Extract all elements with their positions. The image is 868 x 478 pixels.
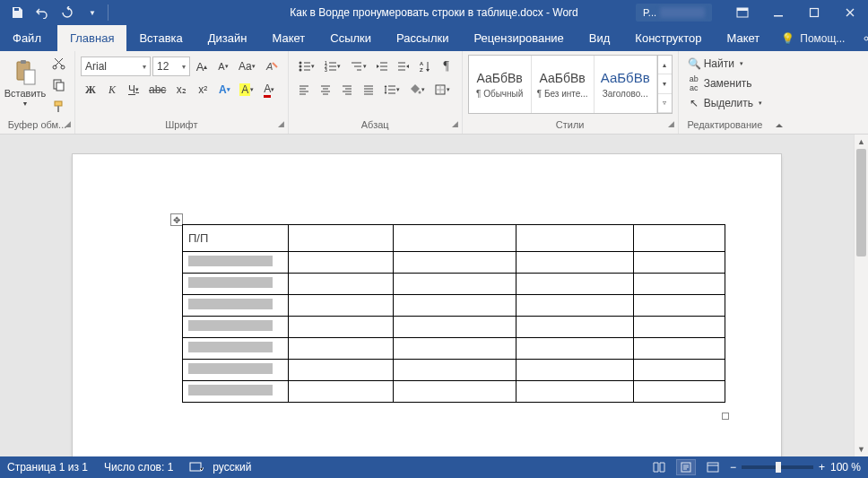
- style-heading1[interactable]: АаБбВв Заголово...: [595, 56, 657, 113]
- table-resize-handle[interactable]: [722, 413, 729, 420]
- clear-formatting-button[interactable]: A: [261, 56, 282, 76]
- format-painter-button[interactable]: [48, 96, 69, 116]
- styles-gallery[interactable]: АаБбВв ¶ Обычный АаБбВв ¶ Без инте... Аа…: [468, 55, 673, 114]
- increase-indent-button[interactable]: [394, 56, 413, 76]
- highlight-button[interactable]: A▾: [236, 80, 257, 100]
- ribbon-display-button[interactable]: [725, 1, 760, 24]
- print-layout-button[interactable]: [676, 459, 696, 475]
- decrease-indent-button[interactable]: [372, 56, 392, 76]
- font-color-button[interactable]: A▾: [259, 80, 279, 100]
- style-gallery-down[interactable]: ▾: [658, 74, 672, 93]
- tab-design[interactable]: Дизайн: [195, 25, 260, 51]
- font-size-select[interactable]: 12▾: [152, 56, 190, 76]
- scroll-thumb[interactable]: [856, 149, 866, 256]
- undo-button[interactable]: [30, 1, 54, 24]
- select-button[interactable]: ↖ Выделить▾: [684, 94, 766, 112]
- table-cell[interactable]: [394, 225, 516, 252]
- table-cell[interactable]: [183, 274, 289, 295]
- table-cell[interactable]: [183, 381, 289, 403]
- zoom-out-button[interactable]: −: [730, 461, 736, 474]
- show-marks-button[interactable]: ¶: [437, 56, 456, 76]
- paste-button[interactable]: Вставить ▼: [5, 53, 45, 112]
- tell-me[interactable]: 💡 Помощ...: [772, 25, 868, 51]
- maximize-button[interactable]: [796, 1, 832, 24]
- spellcheck-icon[interactable]: [189, 461, 204, 474]
- collapse-ribbon-button[interactable]: [771, 51, 787, 134]
- align-right-button[interactable]: [337, 80, 357, 100]
- replace-button[interactable]: abac Заменить: [684, 74, 756, 92]
- line-spacing-button[interactable]: ▾: [380, 80, 404, 100]
- tab-view[interactable]: Вид: [577, 25, 623, 51]
- style-normal[interactable]: АаБбВв ¶ Обычный: [469, 56, 532, 113]
- table-move-handle[interactable]: ✥: [170, 213, 183, 226]
- tab-mailings[interactable]: Рассылки: [384, 25, 461, 51]
- save-button[interactable]: [5, 1, 29, 24]
- tab-table-design[interactable]: Конструктор: [622, 25, 714, 51]
- qat-customize-button[interactable]: ▼: [81, 1, 104, 24]
- table-cell[interactable]: [183, 317, 289, 338]
- shading-button[interactable]: ▾: [405, 80, 429, 100]
- font-family-select[interactable]: Arial▾: [81, 56, 151, 76]
- user-badge[interactable]: P...: [636, 4, 712, 22]
- bold-button[interactable]: Ж: [81, 80, 100, 100]
- style-gallery-up[interactable]: ▴: [658, 56, 672, 74]
- tab-file[interactable]: Файл: [0, 25, 57, 51]
- zoom-thumb[interactable]: [776, 462, 781, 473]
- sort-button[interactable]: AZ: [415, 56, 435, 76]
- language-indicator[interactable]: русский: [213, 461, 251, 474]
- tab-layout[interactable]: Макет: [259, 25, 317, 51]
- subscript-button[interactable]: x₂: [171, 80, 191, 100]
- table-cell[interactable]: П/П: [183, 225, 289, 252]
- scroll-down-button[interactable]: ▼: [855, 442, 868, 456]
- style-no-spacing[interactable]: АаБбВв ¶ Без инте...: [532, 56, 595, 113]
- table-cell[interactable]: [634, 225, 725, 252]
- tab-references[interactable]: Ссылки: [317, 25, 384, 51]
- copy-button[interactable]: [48, 74, 69, 94]
- tab-table-layout[interactable]: Макет: [714, 25, 772, 51]
- tab-insert[interactable]: Вставка: [126, 25, 195, 51]
- multilevel-button[interactable]: ▾: [346, 56, 370, 76]
- tab-home[interactable]: Главная: [57, 25, 126, 51]
- table-cell[interactable]: [516, 225, 634, 252]
- styles-dialog-launcher[interactable]: ◢: [668, 119, 674, 128]
- table-cell[interactable]: [183, 360, 289, 381]
- zoom-level[interactable]: 100 %: [830, 461, 861, 474]
- font-dialog-launcher[interactable]: ◢: [278, 119, 284, 128]
- web-layout-button[interactable]: [703, 459, 723, 475]
- align-left-button[interactable]: [294, 80, 314, 100]
- zoom-in-button[interactable]: +: [819, 461, 825, 474]
- minimize-button[interactable]: [760, 1, 796, 24]
- read-mode-button[interactable]: [649, 459, 669, 475]
- paragraph-dialog-launcher[interactable]: ◢: [452, 119, 458, 128]
- tab-review[interactable]: Рецензирование: [461, 25, 576, 51]
- page[interactable]: ✥ П/П: [73, 154, 781, 456]
- document-area[interactable]: ✥ П/П: [0, 135, 854, 456]
- scroll-up-button[interactable]: ▲: [855, 135, 868, 149]
- change-case-button[interactable]: Aa▾: [235, 56, 259, 76]
- align-center-button[interactable]: [316, 80, 335, 100]
- cut-button[interactable]: [48, 53, 69, 73]
- clipboard-dialog-launcher[interactable]: ◢: [65, 119, 71, 128]
- table-cell[interactable]: [183, 252, 289, 274]
- justify-button[interactable]: [359, 80, 378, 100]
- numbering-button[interactable]: 123▾: [320, 56, 344, 76]
- vertical-scrollbar[interactable]: ▲ ▼: [854, 135, 868, 456]
- style-gallery-more[interactable]: ▿: [658, 94, 672, 113]
- table-cell[interactable]: [183, 295, 289, 317]
- strike-button[interactable]: abc: [145, 80, 169, 100]
- scroll-track[interactable]: [855, 149, 868, 442]
- document-table[interactable]: П/П: [182, 224, 725, 403]
- find-button[interactable]: 🔍 Найти▾: [684, 55, 747, 73]
- bullets-button[interactable]: ▾: [294, 56, 318, 76]
- superscript-button[interactable]: x²: [193, 80, 213, 100]
- underline-button[interactable]: Ч▾: [124, 80, 143, 100]
- zoom-slider[interactable]: [742, 465, 813, 469]
- word-count[interactable]: Число слов: 1: [104, 461, 173, 474]
- page-indicator[interactable]: Страница 1 из 1: [7, 461, 88, 474]
- text-effects-button[interactable]: A▾: [214, 80, 234, 100]
- italic-button[interactable]: К: [102, 80, 122, 100]
- redo-button[interactable]: [56, 1, 79, 24]
- shrink-font-button[interactable]: A▾: [213, 56, 233, 76]
- table-cell[interactable]: [183, 338, 289, 360]
- borders-button[interactable]: ▾: [430, 80, 454, 100]
